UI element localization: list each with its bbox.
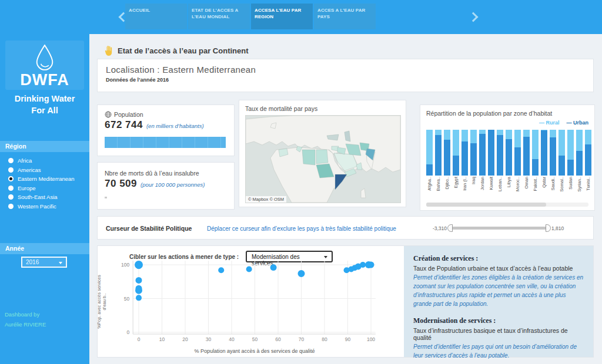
scatter-point[interactable]	[136, 263, 142, 269]
mini-axis-tick	[105, 197, 107, 198]
page-title-row: Etat de l’accès à l’eau par Continent	[103, 46, 249, 56]
region-option-americas[interactable]: Americas	[8, 167, 75, 173]
slider-min-value: -3,310	[424, 225, 447, 231]
scatter-card: Cibler sur les actions à mener de type :…	[98, 246, 404, 357]
radio-icon	[8, 158, 14, 163]
globe-icon	[105, 111, 112, 118]
horizontal-scrollbar[interactable]	[426, 203, 588, 207]
info-panel: Création de services : Taux de Populatio…	[404, 246, 593, 357]
habitat-bar[interactable]: Tunisi..	[585, 130, 591, 200]
scatter-point[interactable]	[136, 277, 142, 284]
region-option-south-east-asia[interactable]: South-East Asia	[8, 194, 75, 200]
region-option-europe[interactable]: Europe	[8, 185, 75, 191]
scatter-point[interactable]	[368, 262, 374, 268]
population-bar[interactable]	[105, 137, 226, 148]
scatter-point[interactable]	[246, 266, 252, 272]
slider-label: Curseur de Stabilité Politique	[106, 225, 192, 232]
habitat-bar[interactable]: Leban..	[497, 130, 503, 200]
chevron-right-icon[interactable]	[469, 12, 478, 22]
map-title: Taux de mortalité par pays	[245, 105, 317, 112]
habitat-bar[interactable]: Iran (I..	[461, 130, 468, 200]
tab-accueil[interactable]: ACCUEIL	[125, 4, 187, 29]
habitat-bar[interactable]: Egypt	[453, 130, 459, 200]
habitat-legend: Rural Urban	[539, 120, 588, 126]
svg-text:80: 80	[322, 336, 327, 342]
tab-acces-eau-par-region[interactable]: ACCESA L’EAU PAR REGION	[251, 4, 313, 29]
region-filter-header: Région	[0, 141, 89, 152]
scatter-point[interactable]	[270, 264, 277, 271]
svg-text:0: 0	[138, 336, 141, 342]
region-option-western-pacific[interactable]: Western Pacific	[8, 203, 75, 210]
radio-icon	[8, 204, 14, 209]
svg-text:20: 20	[182, 336, 188, 342]
habitat-bar[interactable]: Libya	[506, 130, 512, 200]
logo-tagline-2: For All	[0, 106, 89, 115]
hand-icon	[103, 46, 113, 56]
tab-acces-eau-par-pays[interactable]: ACCES A L’EAU PAR PAYS	[314, 4, 376, 29]
habitat-bar[interactable]: Oman	[523, 130, 530, 200]
info-section-modernisation: Modernisation de services : Taux d’infra…	[413, 316, 584, 360]
dwfa-dashboard: ACCUEIL ETAT DE L’ACCES A L’EAU MONDIAL …	[0, 0, 602, 364]
world-map-svg	[246, 116, 400, 203]
habitat-chart-card: Répartition de la population par zone d’…	[420, 105, 595, 211]
mortality-map-card: Taux de mortalité par pays	[239, 100, 406, 207]
scatter-point[interactable]	[136, 295, 142, 301]
habitat-chart-title: Répartition de la population par zone d’…	[426, 110, 552, 117]
year-filter-header: Année	[0, 243, 89, 254]
slider-handle-max[interactable]	[546, 224, 551, 232]
habitat-bar[interactable]: Saudi..	[550, 130, 556, 200]
scatter-xlabel: % Population ayant accès à des services …	[166, 348, 343, 354]
population-unit: (en milliers d’habitants)	[146, 123, 204, 129]
slider-instruction: Déplacer ce curseur afin d’exclure les p…	[207, 225, 396, 232]
habitat-bar[interactable]: Pakist..	[532, 130, 539, 200]
year-dropdown[interactable]: 2016	[21, 257, 67, 268]
localisation-card: Localisation : Eastern Mediterranean Don…	[97, 59, 594, 92]
scatter-point[interactable]	[360, 262, 366, 268]
logo-tagline-1: Drinking Water	[0, 94, 89, 103]
map-attribution: © Mapbox © OSM	[246, 196, 286, 203]
habitat-bar[interactable]: Somal..	[558, 130, 565, 200]
actions-section: Cibler sur les actions à mener de type :…	[97, 245, 594, 358]
sidebar: DWFA Drinking Water For All Région Afric…	[0, 0, 89, 364]
habitat-bar[interactable]: Afgha..	[426, 130, 433, 200]
region-option-africa[interactable]: Africa	[8, 157, 75, 164]
deaths-title: Nbre de morts dû à l’eau insalubre	[105, 170, 199, 177]
scatter-point[interactable]	[218, 267, 224, 273]
habitat-bar[interactable]: Moroc..	[514, 130, 521, 200]
region-option-eastern-mediterranean[interactable]: Eastern Mediterranean	[8, 176, 75, 182]
radio-icon	[8, 176, 14, 181]
scatter-ylabel: %Pop. avec accès services d’eau b..	[96, 269, 107, 334]
habitat-bar-chart[interactable]: Afgha..Bahra..Djibo..EgyptIran (I..IraqJ…	[426, 130, 591, 200]
legend-urban: Urban	[566, 120, 588, 126]
habitat-bar[interactable]: Bahra..	[435, 130, 442, 200]
habitat-bar[interactable]: Sudan	[567, 130, 574, 200]
habitat-bar[interactable]: Djibo..	[444, 130, 450, 200]
svg-text:60: 60	[275, 336, 281, 342]
slider-track[interactable]	[450, 227, 548, 230]
population-card: Population 672 744 (en milliers d’habita…	[97, 105, 235, 156]
scatter-point[interactable]	[298, 270, 305, 277]
water-drop-icon	[34, 43, 56, 72]
svg-text:30: 30	[206, 336, 212, 342]
svg-text:100: 100	[367, 336, 375, 342]
scrollbar-thumb[interactable]	[426, 203, 546, 207]
svg-text:50: 50	[252, 336, 258, 342]
habitat-bar[interactable]: Qatar	[541, 130, 547, 200]
tab-etat-acces-eau-mondial[interactable]: ETAT DE L’ACCES A L’EAU MONDIAL	[188, 4, 250, 29]
deaths-value: 70 509	[105, 178, 137, 190]
nav-tabs: ACCUEIL ETAT DE L’ACCES A L’EAU MONDIAL …	[125, 4, 376, 29]
mortality-map[interactable]: © Mapbox © OSM	[245, 115, 401, 203]
svg-text:0: 0	[126, 329, 129, 335]
region-radio-list: Africa Americas Eastern Mediterranean Eu…	[8, 157, 75, 210]
scatter-plot[interactable]: 0102030405060708090100050100	[98, 246, 404, 357]
deaths-unit: (pour 100 000 personnes)	[141, 181, 205, 188]
habitat-bar[interactable]: Kuwait	[488, 130, 494, 200]
population-value: 672 744	[105, 119, 143, 131]
habitat-bar[interactable]: Jordan	[479, 130, 486, 200]
scatter-point[interactable]	[135, 287, 142, 294]
habitat-bar[interactable]: Syrian..	[576, 130, 583, 200]
page-title: Etat de l’accès à l’eau par Continent	[118, 46, 249, 55]
habitat-bar[interactable]: Iraq	[470, 130, 477, 200]
slider-handle-min[interactable]	[447, 224, 453, 232]
deaths-card: Nbre de morts dû à l’eau insalubre 70 50…	[97, 162, 235, 210]
